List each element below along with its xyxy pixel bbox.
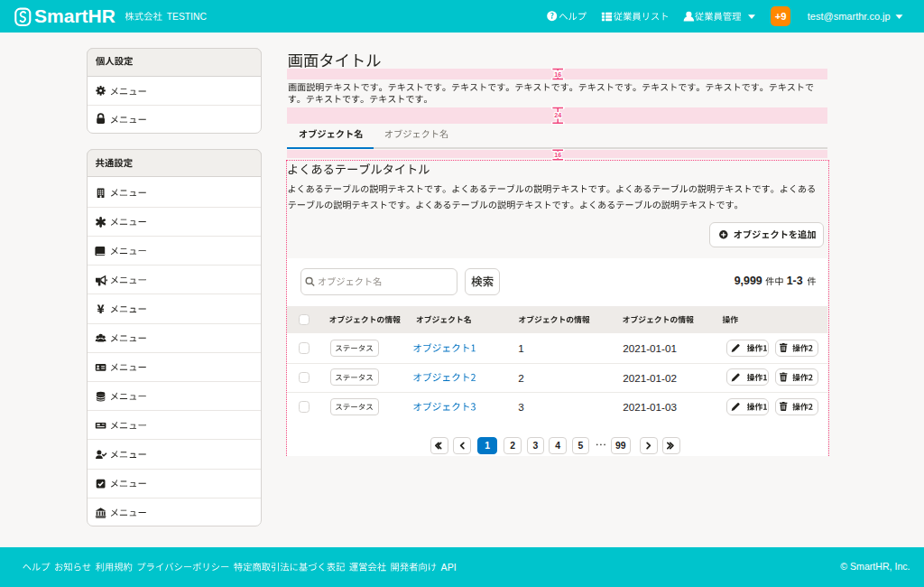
svg-text:2021-01-01: 2021-01-01 bbox=[623, 342, 677, 354]
svg-text:3: 3 bbox=[532, 441, 538, 451]
svg-text:1: 1 bbox=[518, 342, 524, 354]
svg-text:9,999: 9,999 bbox=[735, 275, 762, 287]
svg-text:1-3: 1-3 bbox=[787, 275, 803, 287]
svg-text:test@smarthr.co.jp: test@smarthr.co.jp bbox=[808, 11, 891, 22]
svg-text:SmartHR: SmartHR bbox=[34, 5, 116, 26]
svg-text:99: 99 bbox=[615, 441, 626, 451]
svg-text:24: 24 bbox=[554, 111, 561, 119]
svg-text:16: 16 bbox=[554, 151, 561, 159]
svg-text:2021-01-02: 2021-01-02 bbox=[623, 372, 677, 384]
svg-text:2: 2 bbox=[510, 441, 515, 451]
svg-text:API: API bbox=[441, 562, 457, 573]
svg-text:1: 1 bbox=[485, 441, 490, 451]
svg-text:TESTINC: TESTINC bbox=[167, 12, 208, 22]
svg-text:+9: +9 bbox=[775, 11, 787, 22]
svg-text:2: 2 bbox=[518, 372, 524, 384]
svg-text:© SmartHR, Inc.: © SmartHR, Inc. bbox=[840, 561, 910, 572]
svg-text:4: 4 bbox=[555, 441, 560, 451]
svg-text:5: 5 bbox=[578, 441, 583, 451]
svg-text:3: 3 bbox=[518, 401, 524, 413]
svg-text:16: 16 bbox=[554, 70, 561, 79]
svg-text:2021-01-03: 2021-01-03 bbox=[623, 401, 677, 413]
